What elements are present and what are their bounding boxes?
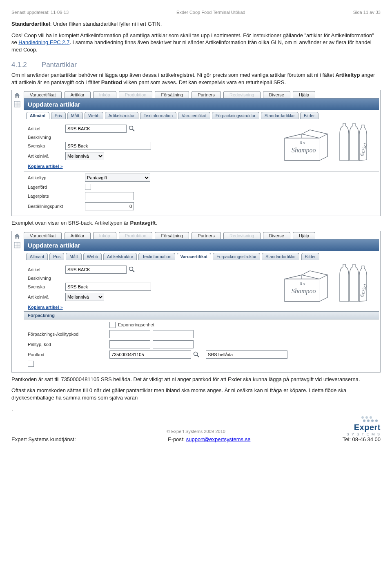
shot2-subtabs: Allmänt Pris Mått Webb Artikelstruktur T… xyxy=(24,251,379,260)
tab-partners[interactable]: Partners xyxy=(192,91,221,98)
tab-diverse[interactable]: Diverse xyxy=(263,91,290,98)
subtab-standardartiklar[interactable]: Standardartiklar xyxy=(261,112,298,119)
palltyp-input-2[interactable] xyxy=(153,340,194,348)
tab-hjalp[interactable]: Hjälp xyxy=(293,232,315,239)
artikelniva-label: Artikelnivå xyxy=(28,295,65,299)
subtab-varucertifikat[interactable]: Varucertifikat xyxy=(177,253,212,260)
search-icon[interactable] xyxy=(128,266,136,273)
tab-diverse[interactable]: Diverse xyxy=(263,232,290,239)
footer-mid-label: E-post: xyxy=(168,436,186,442)
pant-text-a: Om ni använder pantartiklar behöver ni l… xyxy=(11,72,335,78)
obs-paragraph: Obs! Coop vill ha in komplett Artikelinf… xyxy=(11,32,381,54)
tab-artiklar[interactable]: Artiklar xyxy=(65,91,91,98)
artikelniva-select[interactable]: Mellannivå xyxy=(65,293,104,301)
doc-title: Exder Coop Food Terminal Utökad xyxy=(176,10,245,15)
palltyp-input-1[interactable] xyxy=(109,340,150,348)
home-icon[interactable] xyxy=(14,92,20,98)
tab-redovisning: Redovisning xyxy=(223,91,261,98)
exponeringsenhet-text: Exponeringsenhet xyxy=(118,322,154,327)
bottom-checkbox[interactable] xyxy=(28,361,34,367)
tab-forsaljning[interactable]: Försäljning xyxy=(155,91,189,98)
shot1-subtabs: Allmänt Pris Mått Webb Artikelstruktur T… xyxy=(24,110,379,119)
tab-inkop: Inköp xyxy=(93,91,116,98)
subtab-allmant[interactable]: Allmänt xyxy=(26,112,49,119)
kopiera-link[interactable]: Kopiera artikel » xyxy=(28,305,63,310)
section-heading: 4.1.2Pantartiklar xyxy=(11,60,381,69)
artikeltyp-label: Artikeltyp xyxy=(28,175,85,180)
subtab-textinformation[interactable]: Textinformation xyxy=(140,112,176,119)
subtab-standardartiklar[interactable]: Standardartiklar xyxy=(262,253,299,260)
copyright: © Expert Systems 2009-2010 xyxy=(11,429,381,434)
subtab-forpackningsstruktur[interactable]: Förpackningsstruktur xyxy=(212,112,259,119)
tab-varucertifikat[interactable]: Varucertifikat xyxy=(24,232,62,239)
tab-hjalp[interactable]: Hjälp xyxy=(293,91,315,98)
section-title: Pantartiklar xyxy=(42,61,77,69)
subtab-forpackningsstruktur[interactable]: Förpackningsstruktur xyxy=(213,253,260,260)
artikelniva-select[interactable]: Mellannivå xyxy=(65,152,104,160)
caption1-a: Exemplet ovan visar en SRS-back. Artikel… xyxy=(11,220,130,226)
grid-icon[interactable] xyxy=(14,242,20,248)
shot1-topnav: Varucertifikat Artiklar Inköp Produktion… xyxy=(24,90,379,98)
forpkolli-label: Förpacknings-/kollitypkod xyxy=(28,332,109,337)
lagerford-label: Lagerförd xyxy=(28,185,85,190)
caption-3-dot: . xyxy=(11,405,381,413)
subtab-pris[interactable]: Pris xyxy=(49,253,64,260)
pantkod-name-input[interactable] xyxy=(206,350,287,359)
beskrivning-label: Beskrivning xyxy=(28,276,65,281)
svenska-label: Svenska xyxy=(28,143,65,148)
subtab-varucertifikat[interactable]: Varucertifikat xyxy=(178,112,210,119)
forpkolli-input-2[interactable] xyxy=(153,330,194,338)
artikeltyp-select[interactable]: Pantavgift xyxy=(85,174,150,182)
subtab-pris[interactable]: Pris xyxy=(51,112,66,119)
support-email-link[interactable]: support@expertsystems.se xyxy=(186,436,251,442)
footer-phone: Tel: 08-46 34 00 xyxy=(343,436,381,442)
screenshot-1: Varucertifikat Artiklar Inköp Produktion… xyxy=(11,90,381,216)
tab-inkop: Inköp xyxy=(93,232,116,239)
subtab-matt[interactable]: Mått xyxy=(67,112,83,119)
pant-text-c: vilken pant som avses. Det kan exempelvi… xyxy=(122,79,286,85)
tab-artiklar[interactable]: Artiklar xyxy=(65,232,91,239)
subtab-webb[interactable]: Webb xyxy=(83,253,102,260)
caption3-text: Oftast ska momskoden sättas till 0 när d… xyxy=(11,387,346,401)
std-label: Standardartikel xyxy=(11,21,50,27)
subtab-webb[interactable]: Webb xyxy=(85,112,103,119)
svenska-input[interactable] xyxy=(65,142,151,150)
beskrivning-label: Beskrivning xyxy=(28,135,65,140)
grid-icon[interactable] xyxy=(14,101,20,107)
home-icon[interactable] xyxy=(14,233,20,239)
lagerplats-label: Lagerplats xyxy=(28,194,85,199)
subtab-allmant[interactable]: Allmänt xyxy=(26,253,48,260)
tab-varucertifikat[interactable]: Varucertifikat xyxy=(24,91,62,98)
search-icon[interactable] xyxy=(193,351,200,358)
handledning-link[interactable]: Handledning EPC 2.7 xyxy=(18,39,69,45)
page-header: Senast uppdaterat: 11-06-13 Exder Coop F… xyxy=(11,10,381,15)
svenska-input[interactable] xyxy=(65,283,151,291)
subtab-textinformation[interactable]: Textinformation xyxy=(138,253,175,260)
search-icon[interactable] xyxy=(128,125,136,132)
pantkod-bold: Pantkod xyxy=(101,79,122,85)
tab-forsaljning[interactable]: Försäljning xyxy=(155,232,189,239)
subtab-artikelstruktur[interactable]: Artikelstruktur xyxy=(105,112,138,119)
tab-partners[interactable]: Partners xyxy=(192,232,221,239)
artikel-input[interactable] xyxy=(65,125,127,133)
subtab-bilder[interactable]: Bilder xyxy=(301,253,320,260)
artikelniva-label: Artikelnivå xyxy=(28,154,65,158)
lagerplats-input[interactable] xyxy=(85,192,134,200)
tab-produktion: Produktion xyxy=(119,91,153,98)
pantkod-input[interactable] xyxy=(109,350,191,359)
artikel-input[interactable] xyxy=(65,266,127,274)
forpkolli-input-1[interactable] xyxy=(109,330,150,338)
subtab-matt[interactable]: Mått xyxy=(66,253,81,260)
caption-2: Pantkoden är satt till 7350000481105 SRS… xyxy=(11,376,381,383)
shot1-title: Uppdatera artiklar xyxy=(24,98,379,110)
bestallningspunkt-input[interactable] xyxy=(85,202,134,210)
tab-redovisning: Redovisning xyxy=(223,232,261,239)
product-illustration-icon xyxy=(283,263,372,304)
exponeringsenhet-checkbox[interactable] xyxy=(109,322,116,328)
subtab-bilder[interactable]: Bilder xyxy=(300,112,318,119)
kopiera-link[interactable]: Kopiera artikel » xyxy=(28,164,63,169)
forpackning-heading: Förpackning xyxy=(24,311,379,319)
subtab-artikelstruktur[interactable]: Artikelstruktur xyxy=(103,253,137,260)
updated-stamp: Senast uppdaterat: 11-06-13 xyxy=(11,10,69,15)
lagerford-checkbox[interactable] xyxy=(85,184,91,190)
